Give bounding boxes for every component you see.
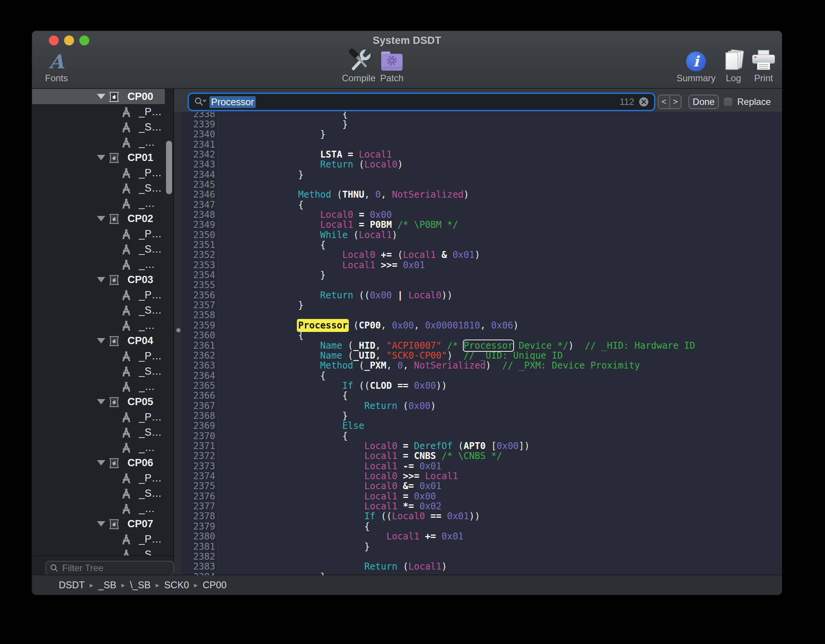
tree-child-row[interactable]: _… [32, 379, 173, 394]
disclosure-triangle-icon[interactable] [97, 338, 105, 343]
tree-child-row[interactable]: _… [32, 196, 173, 211]
tree-row-cp03[interactable]: CP03 [32, 272, 173, 287]
search-menu-icon[interactable] [194, 97, 206, 107]
tree-row-cp01[interactable]: CP01 [32, 150, 173, 165]
tree-row-cp00[interactable]: CP00 [32, 89, 165, 104]
code-line[interactable]: 2373 Local1 -= 0x01 [174, 461, 782, 472]
code-line[interactable]: 2365 If ((CLOD == 0x00)) [174, 381, 782, 391]
code-line[interactable]: 2341 [174, 140, 782, 150]
code-line[interactable]: 2366 { [174, 391, 782, 401]
code-line[interactable]: 2345 [174, 180, 782, 190]
tree-child-row[interactable]: _… [32, 440, 173, 455]
tree-row-cp06[interactable]: CP06 [32, 455, 173, 470]
code-line[interactable]: 2357 } [174, 300, 782, 311]
code-line[interactable]: 2379 { [174, 522, 782, 532]
code-line[interactable]: 2372 Local1 = CNBS /* \CNBS */ [174, 451, 782, 461]
code-line[interactable]: 2371 Local0 = DerefOf (APT0 [0x00]) [174, 441, 782, 451]
code-line[interactable]: 2361 Name (_HID, "ACPI0007" /* Processor… [174, 341, 782, 351]
toolbar-print-button[interactable]: Print [733, 48, 782, 84]
tree-child-row[interactable]: _P… [32, 409, 173, 425]
code-line[interactable]: 2362 Name (_UID, "SCK0-CP00") // _UID: U… [174, 351, 782, 361]
code-line[interactable]: 2343 Return (Local0) [174, 159, 782, 170]
tree-child-row[interactable]: _… [32, 257, 173, 272]
code-line[interactable]: 2347 { [174, 200, 782, 210]
code-line[interactable]: 2377 Local1 *= 0x02 [174, 501, 782, 512]
code-line[interactable]: 2342 LSTA = Local1 [174, 150, 782, 160]
code-line[interactable]: 2374 Local0 >>= Local1 [174, 471, 782, 481]
code-line[interactable]: 2381 } [174, 542, 782, 552]
code-line[interactable]: 2339 } [174, 119, 782, 130]
code-line[interactable]: 2370 { [174, 431, 782, 441]
code-line[interactable]: 2380 Local1 += 0x01 [174, 531, 782, 542]
tree-child-row[interactable]: _P… [32, 531, 173, 547]
tree-child-row[interactable]: _P… [32, 165, 173, 180]
code-line[interactable]: 2359 Processor (CP00, 0x00, 0x00001810, … [174, 320, 782, 331]
code-line[interactable]: 2383 Return (Local1) [174, 562, 782, 572]
filter-tree-input[interactable]: Filter Tree [45, 561, 174, 575]
tree-child-row[interactable]: _… [32, 501, 173, 516]
code-line[interactable]: 2363 Method (_PXM, 0, NotSerialized) // … [174, 361, 782, 371]
code-line[interactable]: 2376 Local1 = 0x00 [174, 491, 782, 502]
tree-row-cp02[interactable]: CP02 [32, 211, 173, 226]
sidebar-scrollbar-thumb[interactable] [166, 141, 172, 194]
find-previous-button[interactable]: < [659, 95, 670, 108]
tree-child-row[interactable]: _S… [32, 119, 173, 135]
disclosure-triangle-icon[interactable] [97, 521, 105, 526]
tree-child-row[interactable]: _S… [32, 180, 173, 196]
tree-child-row[interactable]: _S… [32, 242, 173, 257]
find-next-button[interactable]: > [670, 95, 681, 108]
code-line[interactable]: 2364 { [174, 371, 782, 381]
code-line[interactable]: 2353 Local1 >>= 0x01 [174, 260, 782, 270]
code-line[interactable]: 2375 Local0 &= 0x01 [174, 481, 782, 491]
tree-child-row[interactable]: _S… [32, 425, 173, 440]
tree-child-row[interactable]: _… [32, 318, 173, 333]
tree-row-cp07[interactable]: CP07 [32, 516, 173, 531]
code-line[interactable]: 2378 If ((Local0 == 0x01)) [174, 511, 782, 522]
code-line[interactable]: 2358 [174, 310, 782, 320]
code-line[interactable]: 2352 Local0 += (Local1 & 0x01) [174, 250, 782, 260]
tree-child-row[interactable]: _S… [32, 303, 173, 318]
disclosure-triangle-icon[interactable] [97, 94, 105, 99]
code-line[interactable]: 2350 While (Local1) [174, 230, 782, 240]
breadcrumb-item[interactable]: \_SB [130, 580, 150, 591]
tree-row-cp05[interactable]: CP05 [32, 394, 173, 409]
code-line[interactable]: 2348 Local0 = 0x00 [174, 210, 782, 220]
breadcrumb-item[interactable]: _SB [98, 580, 116, 591]
breadcrumb-item[interactable]: CP00 [203, 580, 227, 591]
tree-row-cp04[interactable]: CP04 [32, 333, 173, 348]
code-line[interactable]: 2346 Method (THNU, 0, NotSerialized) [174, 190, 782, 200]
tree-child-row[interactable]: _S… [32, 364, 173, 379]
disclosure-triangle-icon[interactable] [97, 460, 105, 465]
tree-child-row[interactable]: _P… [32, 226, 173, 242]
code-line[interactable]: 2360 { [174, 330, 782, 341]
code-line[interactable]: 2344 } [174, 170, 782, 180]
code-line[interactable]: 2382 [174, 552, 782, 562]
search-input[interactable]: Processor 112 [189, 94, 654, 110]
tree-child-row[interactable]: _P… [32, 104, 173, 119]
disclosure-triangle-icon[interactable] [97, 277, 105, 282]
disclosure-triangle-icon[interactable] [97, 399, 105, 404]
code-line[interactable]: 2349 Local1 = P0BM /* \P0BM */ [174, 220, 782, 230]
breadcrumb-item[interactable]: DSDT [59, 580, 85, 591]
disclosure-triangle-icon[interactable] [97, 155, 105, 160]
code-line[interactable]: 2340 } [174, 129, 782, 140]
code-line[interactable]: 2356 Return ((0x00 | Local0)) [174, 290, 782, 301]
tree-child-row[interactable]: _P… [32, 287, 173, 303]
code-editor[interactable]: 2338 {2339 }2340 }23412342 LSTA = Local1… [174, 89, 782, 575]
toolbar-patch-button[interactable]: Patch [361, 48, 422, 84]
clear-search-icon[interactable] [639, 97, 649, 107]
code-line[interactable]: 2355 [174, 280, 782, 290]
code-line[interactable]: 2367 Return (0x00) [174, 401, 782, 411]
tree-child-row[interactable]: _P… [32, 470, 173, 486]
tree-child-row[interactable]: _S… [32, 486, 173, 501]
tree-child-row[interactable]: _P… [32, 348, 173, 364]
code-line[interactable]: 2354 } [174, 270, 782, 280]
tree-child-row[interactable]: _… [32, 135, 173, 150]
code-line[interactable]: 2384 } [174, 572, 782, 575]
breadcrumb-item[interactable]: SCK0 [164, 580, 189, 591]
replace-checkbox[interactable] [723, 97, 733, 106]
code-line[interactable]: 2369 Else [174, 421, 782, 431]
code-line[interactable]: 2368 } [174, 411, 782, 421]
done-button[interactable]: Done [688, 95, 719, 109]
toolbar-fonts-button[interactable]: A Fonts [32, 48, 87, 84]
